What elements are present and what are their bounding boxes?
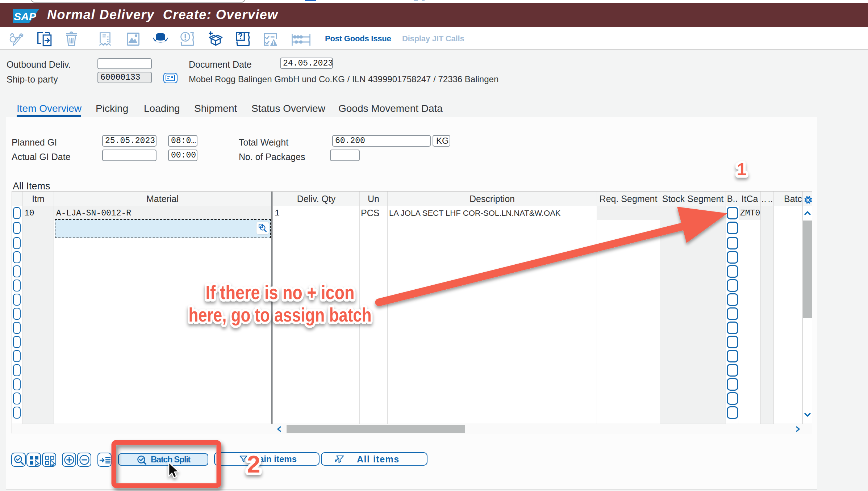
svg-text:SAP: SAP — [14, 11, 37, 22]
